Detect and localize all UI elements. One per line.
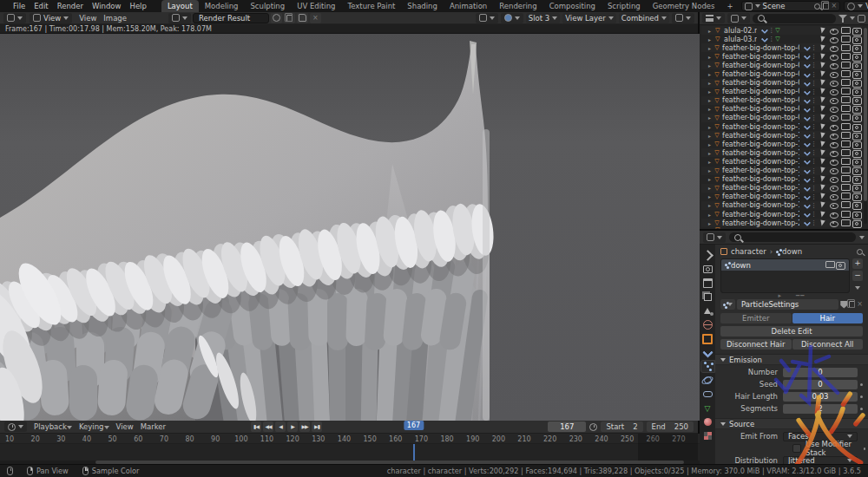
properties-tab-view-layer[interactable] xyxy=(701,291,714,303)
settings-name-field[interactable]: ParticleSettings xyxy=(737,299,838,310)
image-name-field[interactable]: Render Result xyxy=(193,13,269,23)
particle-system-item[interactable]: down xyxy=(721,259,849,271)
timeline-ruler[interactable]: 1020304050607080901001101201301401501601… xyxy=(0,434,700,444)
current-frame-indicator[interactable]: 167 xyxy=(404,421,424,430)
selectable-toggle-icon[interactable] xyxy=(819,114,827,121)
decorator-dot-icon[interactable] xyxy=(864,448,865,450)
disable-viewport-toggle-icon[interactable] xyxy=(841,79,850,87)
outliner-item[interactable]: ▸▽feather-big-down-top-05.r⋮ xyxy=(701,79,862,88)
slot-dropdown[interactable]: Slot 3 xyxy=(526,13,560,23)
layer-dropdown[interactable]: View Layer xyxy=(562,13,616,23)
gizmos-dropdown[interactable] xyxy=(476,13,498,23)
properties-options-icon[interactable] xyxy=(859,236,865,239)
new-settings-icon[interactable] xyxy=(849,301,855,308)
timeline-menu-playback[interactable]: Playback xyxy=(30,422,76,431)
current-frame-field[interactable]: 167 xyxy=(548,421,586,432)
expand-icon[interactable]: ▸ xyxy=(708,80,713,86)
outliner-item[interactable]: ▸▽feather-big-down-top-03.r⋮ xyxy=(701,61,862,69)
hide-viewport-toggle-icon[interactable] xyxy=(830,105,838,113)
disable-render-toggle-icon[interactable] xyxy=(852,27,861,35)
outliner-item[interactable]: ▸▽alula-03.r⋮▽ xyxy=(701,35,862,43)
selectable-toggle-icon[interactable] xyxy=(819,44,827,52)
workspace-tab-shading[interactable]: Shading xyxy=(401,0,444,12)
menu-help[interactable]: Help xyxy=(125,2,150,10)
delete-edit-button[interactable]: Delete Edit xyxy=(720,326,863,337)
outliner-item[interactable]: ▸▽feather-big-down-top-11.r⋮ xyxy=(701,131,862,140)
expand-icon[interactable]: ▸ xyxy=(708,220,713,226)
display-channels-dropdown[interactable] xyxy=(672,13,694,23)
workspace-tab-texture-paint[interactable]: Texture Paint xyxy=(342,0,402,12)
expand-icon[interactable]: ▸ xyxy=(708,202,713,208)
selectable-toggle-icon[interactable] xyxy=(819,27,827,35)
disable-render-toggle-icon[interactable] xyxy=(852,105,861,113)
hide-viewport-toggle-icon[interactable] xyxy=(830,36,838,43)
hide-viewport-toggle-icon[interactable] xyxy=(830,123,838,131)
disable-viewport-toggle-icon[interactable] xyxy=(841,158,850,166)
overlays-dropdown[interactable] xyxy=(501,13,523,23)
unlink-settings-icon[interactable]: × xyxy=(857,301,863,308)
disconnect-hair-button[interactable]: Disconnect Hair xyxy=(720,339,792,350)
disable-viewport-toggle-icon[interactable] xyxy=(841,70,850,78)
disable-render-toggle-icon[interactable] xyxy=(852,70,861,78)
play-reverse-button[interactable]: ◀ xyxy=(275,421,286,432)
hide-viewport-toggle-icon[interactable] xyxy=(830,158,838,166)
hide-viewport-toggle-icon[interactable] xyxy=(830,175,838,183)
properties-search-input[interactable] xyxy=(729,232,856,242)
properties-tab-object-data[interactable]: ▽ xyxy=(701,402,714,414)
outliner-item[interactable]: ▸▽feather-big-down-top-14.r⋮ xyxy=(701,157,862,166)
emitter-toggle[interactable]: Emitter xyxy=(720,313,792,323)
hide-viewport-toggle-icon[interactable] xyxy=(830,79,838,87)
expand-icon[interactable]: ▸ xyxy=(708,106,713,112)
disconnect-all-button[interactable]: Disconnect All xyxy=(792,339,864,350)
render-toggle-icon[interactable] xyxy=(836,261,845,269)
frame-end-field[interactable]: End250 xyxy=(647,421,694,432)
disable-render-toggle-icon[interactable] xyxy=(852,201,861,209)
add-particle-system-button[interactable]: + xyxy=(852,258,863,269)
disable-render-toggle-icon[interactable] xyxy=(852,79,861,87)
browse-image-button[interactable] xyxy=(168,13,191,23)
browse-settings-button[interactable] xyxy=(720,299,735,310)
emission-panel-header[interactable]: Emission xyxy=(715,354,868,365)
timeline-menu-marker[interactable]: Marker xyxy=(137,422,169,431)
hide-viewport-toggle-icon[interactable] xyxy=(830,201,838,209)
next-keyframe-button[interactable]: ▶▶ xyxy=(299,421,310,432)
outliner-item[interactable]: ▸▽feather-big-down-top-20.r⋮ xyxy=(701,210,862,219)
selectable-toggle-icon[interactable] xyxy=(819,105,827,113)
pass-dropdown[interactable]: Combined xyxy=(619,13,669,23)
jump-to-start-button[interactable]: ▮◀ xyxy=(251,421,261,432)
disable-render-toggle-icon[interactable] xyxy=(852,132,861,140)
new-collection-icon[interactable] xyxy=(858,15,865,23)
selectable-toggle-icon[interactable] xyxy=(819,140,827,148)
selectable-toggle-icon[interactable] xyxy=(819,123,827,131)
expand-icon[interactable]: ▸ xyxy=(708,28,713,34)
disable-viewport-toggle-icon[interactable] xyxy=(841,184,850,192)
properties-tab-world[interactable] xyxy=(701,319,714,330)
hide-viewport-toggle-icon[interactable] xyxy=(830,132,838,140)
fake-user-icon[interactable] xyxy=(840,301,847,309)
selectable-toggle-icon[interactable] xyxy=(819,149,827,157)
disable-viewport-toggle-icon[interactable] xyxy=(841,53,850,61)
view-layer-selector[interactable]: View Layer × xyxy=(844,1,868,11)
outliner-item[interactable]: ▸▽feather-big-down-top-01.r⋮ xyxy=(701,43,862,52)
properties-tab-tool[interactable] xyxy=(701,250,714,261)
decorator-dot-icon[interactable] xyxy=(860,395,863,398)
workspace-tab-sculpting[interactable]: Sculpting xyxy=(244,0,291,12)
properties-tab-texture[interactable] xyxy=(701,430,714,441)
disable-viewport-toggle-icon[interactable] xyxy=(841,140,850,148)
selectable-toggle-icon[interactable] xyxy=(819,53,827,61)
outliner-editor-type-button[interactable] xyxy=(702,13,725,23)
duplicate-image-button[interactable] xyxy=(284,13,295,23)
disable-render-toggle-icon[interactable] xyxy=(852,158,861,166)
properties-tab-physics[interactable] xyxy=(701,375,714,386)
selectable-toggle-icon[interactable] xyxy=(819,193,827,200)
menu-edit[interactable]: Edit xyxy=(30,2,52,10)
decorator-dot-icon[interactable] xyxy=(860,383,863,386)
properties-tab-modifiers[interactable] xyxy=(701,347,714,358)
outliner-item[interactable]: ▸▽feather-big-down-top-04.r⋮ xyxy=(701,69,862,78)
outliner-item[interactable]: ▸▽feather-big-down-top-19.r⋮ xyxy=(701,201,862,210)
scene-selector[interactable]: Scene × xyxy=(741,1,841,11)
disable-viewport-toggle-icon[interactable] xyxy=(841,219,850,227)
segments-field[interactable]: 2 xyxy=(783,404,858,414)
outliner-item[interactable]: ▸▽feather-big-down-top-12.r⋮ xyxy=(701,140,862,148)
selectable-toggle-icon[interactable] xyxy=(819,36,827,43)
